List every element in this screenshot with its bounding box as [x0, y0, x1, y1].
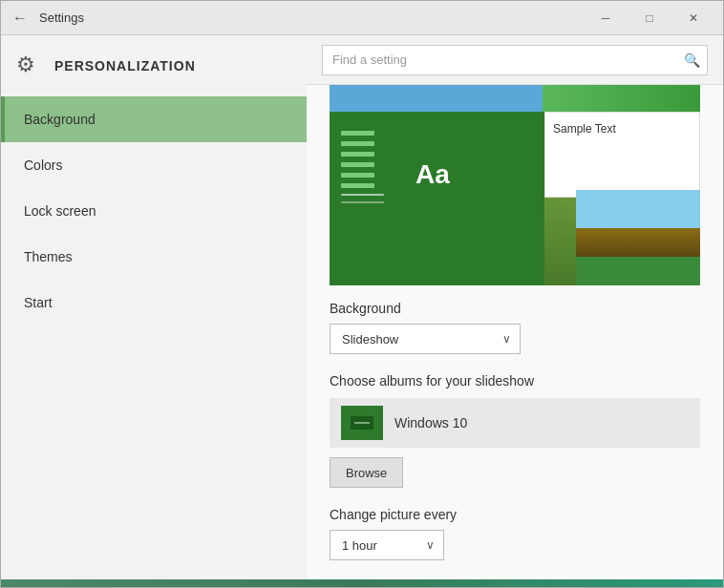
browse-button[interactable]: Browse [330, 457, 403, 488]
bottom-decorative-bar [1, 579, 723, 587]
sidebar: ⚙ PERSONALIZATION Background Colors Lock… [1, 35, 307, 579]
sidebar-item-lock-screen[interactable]: Lock screen [1, 188, 307, 234]
hour-dropdown-container: 1 minute 10 minutes 30 minutes 1 hour 6 … [330, 530, 444, 560]
back-button[interactable]: ← [9, 7, 32, 30]
window-controls: ─ □ ✕ [584, 1, 715, 35]
content-area: Aa Sample Text Background Picture Solid … [307, 85, 723, 579]
album-icon [341, 406, 383, 440]
sidebar-title: PERSONALIZATION [54, 58, 196, 74]
album-icon-inner [351, 416, 373, 430]
sidebar-item-themes[interactable]: Themes [1, 234, 307, 280]
titlebar: ← Settings ─ □ ✕ [1, 1, 723, 35]
preview-top-green [543, 85, 700, 112]
sidebar-item-start[interactable]: Start [1, 280, 307, 326]
background-dropdown-container: Picture Solid color Slideshow ∨ [330, 324, 521, 354]
settings-window: ← Settings ─ □ ✕ ⚙ PERSONALIZATION Backg… [0, 0, 724, 588]
preview-sample-text: Sample Text [553, 122, 616, 136]
main-content: ⚙ PERSONALIZATION Background Colors Lock… [1, 35, 723, 579]
albums-label: Choose albums for your slideshow [330, 373, 700, 388]
preview-bars [341, 131, 384, 203]
hour-dropdown[interactable]: 1 minute 10 minutes 30 minutes 1 hour 6 … [330, 530, 444, 560]
nav-items: Background Colors Lock screen Themes Sta… [1, 96, 307, 326]
sidebar-item-colors[interactable]: Colors [1, 142, 307, 188]
album-name: Windows 10 [394, 415, 467, 430]
background-dropdown[interactable]: Picture Solid color Slideshow [330, 324, 521, 354]
album-item[interactable]: Windows 10 [330, 398, 700, 448]
sidebar-item-background[interactable]: Background [1, 96, 307, 142]
preview-container: Aa Sample Text [330, 85, 700, 285]
background-section-label: Background [330, 301, 700, 316]
maximize-button[interactable]: □ [628, 1, 671, 35]
window-title: Settings [39, 10, 84, 25]
gear-icon: ⚙ [16, 52, 43, 79]
preview-text-area: Sample Text [544, 112, 700, 198]
change-picture-label: Change picture every [330, 507, 700, 522]
preview-main-window: Aa [330, 112, 544, 285]
preview-aa-text: Aa [415, 159, 450, 190]
sidebar-header: ⚙ PERSONALIZATION [1, 35, 307, 96]
close-button[interactable]: ✕ [671, 1, 715, 35]
search-wrapper: 🔍 [322, 45, 708, 75]
search-icon: 🔍 [684, 52, 700, 68]
search-input[interactable] [322, 45, 708, 75]
search-bar: 🔍 [307, 35, 723, 85]
album-icon-line [354, 422, 370, 424]
right-content: 🔍 [307, 35, 723, 579]
preview-right-photo [576, 190, 700, 285]
minimize-button[interactable]: ─ [584, 1, 628, 35]
